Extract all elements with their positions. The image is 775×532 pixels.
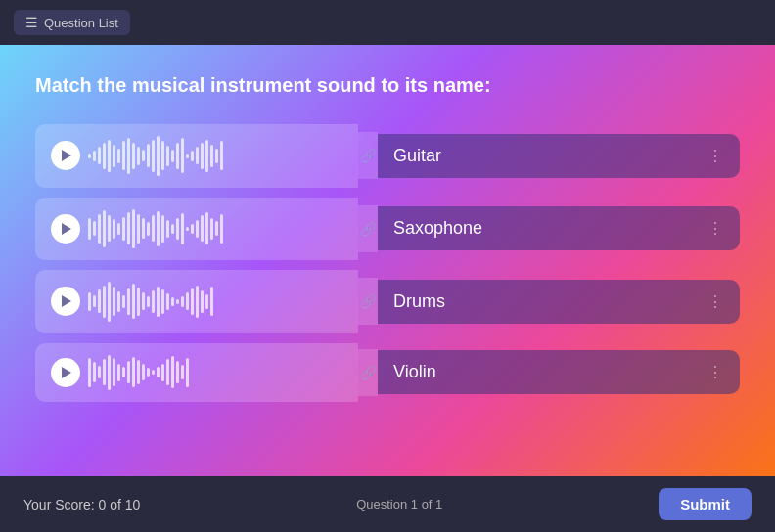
waveform-bar bbox=[122, 141, 125, 170]
answer-box[interactable]: Guitar⋮ bbox=[378, 134, 740, 178]
waveform-bar bbox=[157, 367, 160, 377]
answer-text: Guitar bbox=[393, 146, 441, 166]
waveform-bar bbox=[181, 365, 184, 379]
waveform-bar bbox=[108, 140, 111, 172]
waveform-bar bbox=[132, 284, 135, 319]
answer-box[interactable]: Saxophone⋮ bbox=[378, 206, 740, 250]
play-button[interactable] bbox=[51, 358, 80, 387]
question-list-label: Question List bbox=[44, 16, 118, 30]
drag-handle-icon[interactable]: ⋮ bbox=[707, 219, 724, 238]
waveform-bar bbox=[181, 213, 184, 244]
waveform-bar bbox=[117, 364, 120, 381]
waveform-bar bbox=[166, 293, 169, 310]
waveform-bar bbox=[147, 296, 150, 307]
matching-row: 🔗Guitar⋮ bbox=[35, 124, 740, 188]
play-button[interactable] bbox=[51, 214, 80, 244]
question-list-button[interactable]: ☰ Question List bbox=[14, 10, 130, 35]
waveform-bar bbox=[176, 143, 179, 169]
play-button[interactable] bbox=[51, 141, 80, 170]
waveform-bar bbox=[127, 138, 130, 175]
connector-icon: 🔗 bbox=[360, 148, 377, 163]
waveform-bar bbox=[147, 144, 150, 167]
audio-player bbox=[35, 270, 358, 333]
waveform-bar bbox=[142, 292, 145, 310]
bottom-bar: Your Score: 0 of 10 Question 1 of 1 Subm… bbox=[0, 476, 775, 532]
waveform-bar bbox=[176, 299, 179, 304]
answer-box[interactable]: Violin⋮ bbox=[378, 350, 740, 394]
waveform-bar bbox=[171, 150, 174, 163]
drag-handle-icon[interactable]: ⋮ bbox=[707, 147, 724, 165]
waveform-bar bbox=[117, 223, 120, 235]
connector-icon: 🔗 bbox=[360, 365, 377, 380]
waveform-bar bbox=[117, 291, 120, 312]
waveform-bar bbox=[127, 361, 130, 383]
waveform-bar bbox=[103, 210, 106, 247]
waveform-bar bbox=[196, 286, 199, 318]
play-icon bbox=[62, 150, 71, 161]
waveform-bar bbox=[210, 218, 213, 241]
waveform-bar bbox=[122, 367, 125, 377]
waveform-bar bbox=[210, 287, 213, 316]
waveform-bar bbox=[108, 215, 111, 242]
waveform-bar bbox=[98, 214, 101, 244]
matching-container: 🔗Guitar⋮🔗Saxophone⋮🔗Drums⋮🔗Violin⋮ bbox=[35, 124, 740, 402]
waveform-bar bbox=[103, 359, 106, 385]
waveform-bar bbox=[161, 289, 164, 315]
waveform-bar bbox=[88, 154, 91, 158]
waveform-bar bbox=[176, 361, 179, 383]
waveform-bar bbox=[113, 145, 115, 167]
waveform-bar bbox=[220, 214, 223, 244]
waveform-bar bbox=[161, 141, 164, 170]
waveform-bar bbox=[181, 296, 184, 307]
drag-handle-icon[interactable]: ⋮ bbox=[707, 363, 724, 381]
waveform-bar bbox=[132, 209, 135, 249]
question-info: Question 1 of 1 bbox=[356, 497, 442, 511]
waveform-bar bbox=[152, 370, 155, 375]
waveform-bar bbox=[171, 356, 174, 388]
play-button[interactable] bbox=[51, 287, 80, 316]
waveform-bar bbox=[181, 138, 184, 173]
drag-handle-icon[interactable]: ⋮ bbox=[707, 292, 724, 311]
waveform-bar bbox=[122, 217, 125, 241]
waveform-bar bbox=[142, 150, 145, 161]
waveform bbox=[88, 209, 342, 249]
waveform-bar bbox=[88, 218, 91, 241]
connector: 🔗 bbox=[358, 132, 378, 179]
waveform-bar bbox=[201, 290, 204, 313]
waveform-bar bbox=[132, 143, 135, 169]
waveform-bar bbox=[210, 145, 213, 167]
waveform-bar bbox=[127, 212, 130, 244]
waveform-bar bbox=[113, 219, 115, 239]
waveform-bar bbox=[93, 295, 96, 307]
score-text: Your Score: 0 of 10 bbox=[23, 497, 140, 512]
waveform-bar bbox=[186, 154, 189, 158]
waveform-bar bbox=[157, 211, 160, 246]
audio-player bbox=[35, 124, 358, 188]
waveform bbox=[88, 355, 342, 390]
audio-player bbox=[35, 198, 358, 261]
waveform-bar bbox=[205, 294, 208, 309]
connector: 🔗 bbox=[358, 278, 378, 325]
waveform-bar bbox=[161, 215, 164, 244]
waveform-bar bbox=[171, 297, 174, 306]
main-content: Match the musical instrument sound to it… bbox=[0, 45, 775, 476]
play-icon bbox=[62, 223, 71, 235]
play-icon bbox=[62, 367, 71, 378]
answer-box[interactable]: Drums⋮ bbox=[378, 280, 740, 324]
waveform bbox=[88, 136, 342, 176]
answer-text: Saxophone bbox=[393, 218, 482, 239]
waveform-bar bbox=[191, 151, 194, 161]
matching-row: 🔗Violin⋮ bbox=[35, 343, 740, 402]
waveform-bar bbox=[93, 221, 96, 236]
waveform-bar bbox=[201, 143, 204, 169]
waveform-bar bbox=[152, 290, 155, 313]
waveform-bar bbox=[215, 221, 218, 236]
waveform-bar bbox=[186, 292, 189, 310]
waveform-bar bbox=[88, 292, 91, 312]
submit-button[interactable]: Submit bbox=[659, 488, 752, 520]
waveform-bar bbox=[166, 359, 169, 385]
top-bar: ☰ Question List bbox=[0, 0, 775, 45]
waveform-bar bbox=[161, 364, 164, 381]
answer-text: Drums bbox=[393, 291, 445, 312]
waveform-bar bbox=[137, 288, 140, 316]
